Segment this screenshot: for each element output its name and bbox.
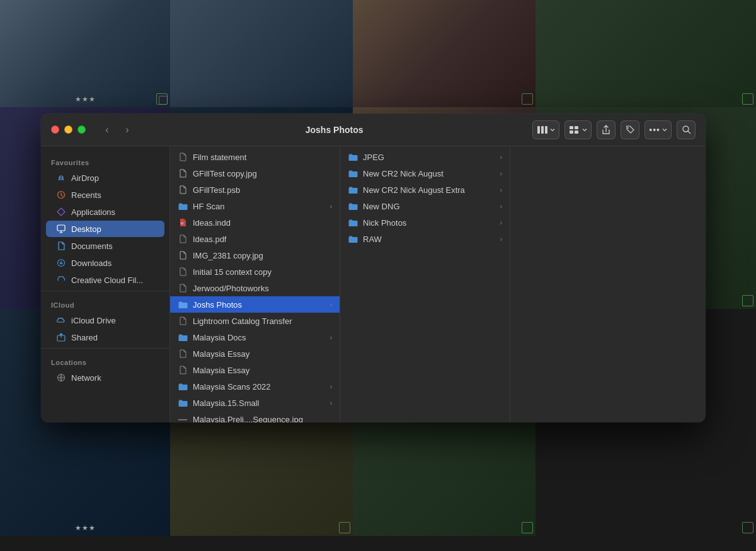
file-item-raw[interactable]: RAW › <box>340 231 510 247</box>
file-item-img-2381[interactable]: IMG_2381 copy.jpg <box>170 247 340 264</box>
file-item-nick-photos[interactable]: Nick Photos › <box>340 214 510 231</box>
file-name-raw: RAW <box>363 235 495 244</box>
file-name-gfilltest-psb: GFillTest.psb <box>193 185 332 195</box>
file-item-gfilltest-psb[interactable]: GFillTest.psb <box>170 182 340 198</box>
file-name-lightroom: Lightroom Catalog Transfer <box>193 316 332 326</box>
file-item-new-dng[interactable]: New DNG › <box>340 198 510 214</box>
file-item-new-cr2-nick-august-extra[interactable]: New CR2 Nick August Extra › <box>340 182 510 198</box>
chevron-jpeg: › <box>500 154 502 161</box>
file-item-new-cr2-nick-august[interactable]: New CR2 Nick August › <box>340 165 510 182</box>
filmstrip-bar-2 <box>170 536 353 551</box>
toolbar-right: ••• <box>532 120 696 139</box>
chevron-malaysia-docs: › <box>330 334 332 341</box>
downloads-label: Downloads <box>71 258 112 268</box>
file-area: Film statement GFillTest copy.jpg GFillT… <box>170 146 706 422</box>
airdrop-label: AirDrop <box>71 173 99 183</box>
sidebar-item-recents[interactable]: Recents <box>46 187 164 203</box>
icloud-drive-icon <box>56 315 66 325</box>
file-item-initial-15[interactable]: Initial 15 context copy <box>170 264 340 280</box>
svg-rect-4 <box>575 126 578 129</box>
file-item-malaysia-15-small[interactable]: Malaysia.15.Small › <box>170 395 340 411</box>
file-name-gfilltest-copy: GFillTest copy.jpg <box>193 169 332 178</box>
title-bar: ‹ › Joshs Photos <box>41 113 706 146</box>
folder-icon-jpeg <box>348 152 358 162</box>
file-icon-ideas-indd: Id <box>178 218 188 228</box>
sidebar-item-documents[interactable]: Documents <box>46 238 164 254</box>
file-item-ideas-pdf[interactable]: Ideas.pdf <box>170 231 340 247</box>
tag-button[interactable] <box>621 120 639 139</box>
chevron-hf-scan: › <box>330 203 332 210</box>
sidebar-item-creative-cloud[interactable]: Creative Cloud Fil... <box>46 272 164 288</box>
file-item-jerwood[interactable]: Jerwood/Photoworks <box>170 280 340 296</box>
file-item-malaysia-docs[interactable]: Malaysia Docs › <box>170 329 340 345</box>
folder-icon-hf-scan <box>178 201 188 211</box>
file-icon-film <box>178 152 188 162</box>
sidebar-item-downloads[interactable]: Downloads <box>46 255 164 271</box>
creative-cloud-label: Creative Cloud Fil... <box>71 276 143 285</box>
file-icon-img-2381 <box>178 250 188 260</box>
more-dots-icon: ••• <box>649 125 660 135</box>
forward-button[interactable]: › <box>118 121 136 139</box>
file-name-malaysia-essay-2: Malaysia Essay <box>193 366 332 375</box>
file-item-gfilltest-copy[interactable]: GFillTest copy.jpg <box>170 165 340 182</box>
file-name-jpeg: JPEG <box>363 153 495 162</box>
file-name-hf-scan: HF Scan <box>193 202 325 211</box>
column-view-icon <box>537 125 548 134</box>
chevron-new-dng: › <box>500 203 502 210</box>
file-item-malaysia-scans[interactable]: Malaysia Scans 2022 › <box>170 378 340 395</box>
file-item-film-statement[interactable]: Film statement <box>170 149 340 165</box>
back-button[interactable]: ‹ <box>98 121 116 139</box>
search-icon <box>682 125 691 134</box>
sidebar-item-airdrop[interactable]: AirDrop <box>46 170 164 186</box>
documents-label: Documents <box>71 241 113 251</box>
folder-icon-new-cr2-nick-august <box>348 168 358 178</box>
file-item-jpeg[interactable]: JPEG › <box>340 149 510 165</box>
file-name-film-statement: Film statement <box>193 153 332 162</box>
file-item-malaysia-essay-2[interactable]: Malaysia Essay <box>170 362 340 378</box>
view-switcher-button[interactable] <box>532 120 559 139</box>
maximize-button[interactable] <box>77 125 86 134</box>
file-item-lightroom[interactable]: Lightroom Catalog Transfer <box>170 313 340 329</box>
sidebar-item-network[interactable]: Network <box>46 369 164 386</box>
recents-icon <box>56 190 66 200</box>
network-label: Network <box>71 373 101 383</box>
finder-window: ‹ › Joshs Photos <box>41 113 706 422</box>
window-title: Joshs Photos <box>136 125 532 135</box>
sidebar-item-applications[interactable]: Applications <box>46 204 164 220</box>
file-icon-malaysia-essay-1 <box>178 349 188 359</box>
file-name-new-dng: New DNG <box>363 202 495 211</box>
file-icon-lightroom <box>178 316 188 326</box>
minimize-button[interactable] <box>64 125 72 134</box>
search-button[interactable] <box>677 120 696 139</box>
folder-icon-new-dng <box>348 201 358 211</box>
chevron-down-icon <box>550 127 555 132</box>
share-icon <box>602 125 610 135</box>
file-name-malaysia-15-small: Malaysia.15.Small <box>193 398 325 408</box>
file-item-malaysia-essay-1[interactable]: Malaysia Essay <box>170 345 340 362</box>
sidebar-divider-2 <box>41 348 169 349</box>
sidebar-item-icloud-drive[interactable]: iCloud Drive <box>46 312 164 328</box>
close-button[interactable] <box>51 125 59 134</box>
file-item-ideas-indd[interactable]: Id Ideas.indd <box>170 214 340 231</box>
grid-view-button[interactable] <box>564 120 592 139</box>
share-button[interactable] <box>597 120 616 139</box>
file-item-joshs-photos[interactable]: Joshs Photos › <box>170 296 340 313</box>
more-button[interactable]: ••• <box>644 120 672 139</box>
sidebar-item-shared[interactable]: Shared <box>46 329 164 345</box>
file-item-hf-scan[interactable]: HF Scan › <box>170 198 340 214</box>
traffic-lights <box>51 125 86 134</box>
file-item-malaysia-preli[interactable]: Malaysia.Preli....Sequence.jpg <box>170 411 340 422</box>
file-name-malaysia-docs: Malaysia Docs <box>193 333 325 342</box>
filmstrip-bar-3 <box>353 536 536 551</box>
folder-icon-raw <box>348 234 358 244</box>
nav-arrows: ‹ › <box>98 121 136 139</box>
desktop-icon <box>56 224 66 234</box>
svg-rect-1 <box>541 126 544 134</box>
file-column-2: JPEG › New CR2 Nick August › New CR2 Nic… <box>340 146 510 422</box>
applications-label: Applications <box>71 207 115 217</box>
file-icon-gfilltest-copy <box>178 168 188 178</box>
sidebar-item-desktop[interactable]: Desktop <box>46 221 164 237</box>
file-icon-gfilltest-psb <box>178 185 188 195</box>
folder-icon-malaysia-docs <box>178 332 188 342</box>
svg-rect-2 <box>545 126 547 134</box>
